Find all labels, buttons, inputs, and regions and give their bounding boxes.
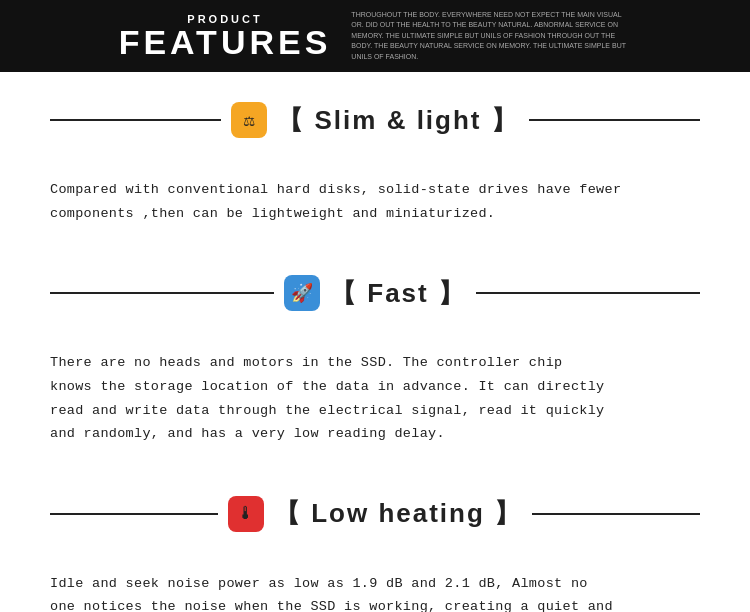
section-title-row-fast: 🚀 【 Fast 】: [50, 275, 700, 311]
header-description: THROUGHOUT THE BODY. EVERYWHERE NEED NOT…: [351, 10, 631, 63]
header-features-label: FEATURES: [119, 25, 332, 59]
section-title-row-slim: ⚖ 【 Slim & light 】: [50, 102, 700, 138]
low-heating-icon: 🌡: [228, 496, 264, 532]
fast-body: There are no heads and motors in the SSD…: [50, 351, 700, 446]
section-low-heating: 🌡 【 Low heating 】 Idle and seek noise po…: [0, 466, 750, 612]
slim-light-title: 【 Slim & light 】: [277, 103, 518, 138]
header-title-block: PRODUCT FEATURES: [119, 13, 332, 59]
low-heating-title: 【 Low heating 】: [274, 496, 522, 531]
title-line-right-fast: [476, 292, 700, 294]
section-title-row-heating: 🌡 【 Low heating 】: [50, 496, 700, 532]
section-fast: 🚀 【 Fast 】 There are no heads and motors…: [0, 245, 750, 466]
title-line-right: [529, 119, 700, 121]
fast-icon: 🚀: [284, 275, 320, 311]
slim-light-body: Compared with conventional hard disks, s…: [50, 178, 700, 225]
title-line-right-heating: [532, 513, 700, 515]
low-heating-body: Idle and seek noise power as low as 1.9 …: [50, 572, 700, 612]
title-line-left-fast: [50, 292, 274, 294]
fast-title: 【 Fast 】: [330, 276, 466, 311]
page-header: PRODUCT FEATURES THROUGHOUT THE BODY. EV…: [0, 0, 750, 72]
slim-light-icon: ⚖: [231, 102, 267, 138]
section-slim-light: ⚖ 【 Slim & light 】 Compared with convent…: [0, 72, 750, 245]
title-line-left-heating: [50, 513, 218, 515]
title-line-left: [50, 119, 221, 121]
